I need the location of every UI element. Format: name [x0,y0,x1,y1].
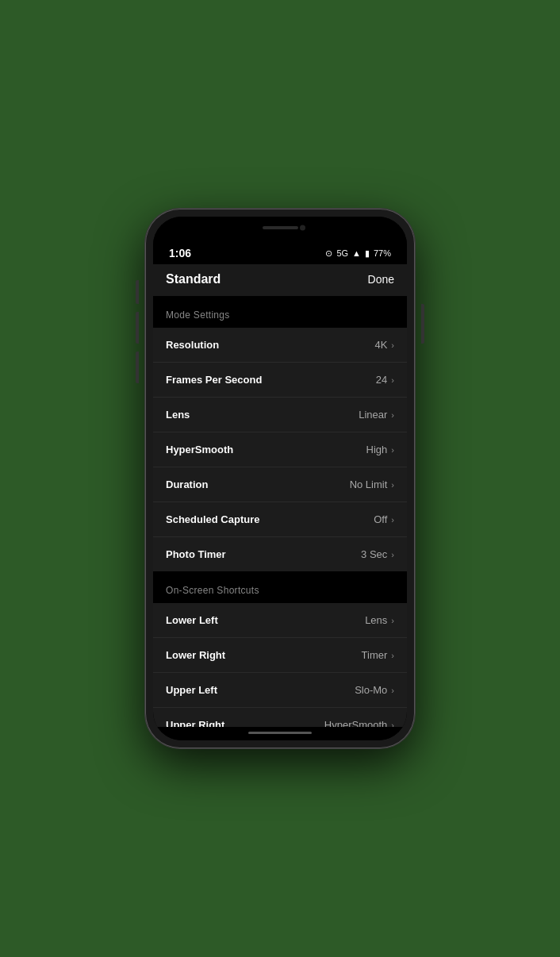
shortcut-row[interactable]: Lower Left Lens› [153,603,407,638]
home-indicator-area [153,727,407,740]
mode-settings-section-header: Mode Settings [153,296,407,328]
chevron-icon: › [391,721,394,728]
status-time: 1:06 [169,247,191,259]
row-value: No Limit› [350,478,394,490]
chevron-icon: › [391,616,394,625]
shortcut-row[interactable]: Lower Right Timer› [153,638,407,673]
page-header: Standard Done [153,264,407,296]
battery-label: 77% [374,248,391,258]
mode-settings-label: Mode Settings [166,309,230,321]
volume-up-button [136,312,139,344]
row-label: Duration [166,478,208,490]
row-label: Frames Per Second [166,374,262,386]
row-value: Lens› [365,614,394,626]
row-label: Scheduled Capture [166,513,259,525]
battery-icon: ▮ [365,248,370,259]
row-value: Slo-Mo› [355,684,394,696]
mode-settings-row[interactable]: Frames Per Second 24› [153,363,407,398]
wifi-icon: ⊙ [325,248,332,259]
mode-settings-row[interactable]: Scheduled Capture Off› [153,502,407,537]
row-label: Upper Left [166,684,217,696]
row-label: Resolution [166,339,219,351]
status-bar: 1:06 ⊙ 5G ▲ ▮ 77% [153,239,407,264]
row-value: HyperSmooth› [324,719,394,727]
speaker-grille [263,226,298,229]
network-label: 5G [336,248,348,258]
volume-down-button [136,352,139,383]
chevron-icon: › [391,651,394,660]
chevron-icon: › [391,340,394,350]
shortcuts-section-header: On-Screen Shortcuts [153,571,407,603]
chevron-icon: › [391,410,394,420]
shortcut-row[interactable]: Upper Left Slo-Mo› [153,673,407,708]
chevron-icon: › [391,515,394,525]
row-value: Linear› [359,409,394,421]
shortcuts-group: Lower Left Lens› Lower Right Timer› Uppe… [153,603,407,727]
mode-settings-row[interactable]: Resolution 4K› [153,328,407,363]
shortcut-row[interactable]: Upper Right HyperSmooth› [153,708,407,727]
screen-content[interactable]: Mode Settings Resolution 4K› Frames Per … [153,296,407,727]
row-value: 4K› [374,339,394,351]
mute-button [136,280,139,304]
signal-icon: ▲ [352,248,361,258]
shortcuts-label: On-Screen Shortcuts [166,585,259,596]
phone-frame: 1:06 ⊙ 5G ▲ ▮ 77% Standard Done Mode Set… [145,209,415,748]
page-title: Standard [166,272,221,286]
chevron-icon: › [391,445,394,455]
status-icons: ⊙ 5G ▲ ▮ 77% [325,248,391,259]
notch-area [153,217,407,239]
row-value: Timer› [362,649,394,661]
row-label: Upper Right [166,719,224,727]
home-bar [248,732,312,734]
row-label: Lower Left [166,614,218,626]
row-label: Photo Timer [166,548,226,560]
mode-settings-group: Resolution 4K› Frames Per Second 24› Len… [153,328,407,571]
row-value: Off› [374,513,394,525]
chevron-icon: › [391,480,394,490]
done-button[interactable]: Done [368,273,394,286]
row-value: 3 Sec› [361,548,394,560]
chevron-icon: › [391,686,394,695]
row-label: Lower Right [166,649,225,661]
power-button [421,304,424,344]
mode-settings-row[interactable]: Duration No Limit› [153,467,407,502]
phone-screen: 1:06 ⊙ 5G ▲ ▮ 77% Standard Done Mode Set… [153,217,407,740]
row-label: HyperSmooth [166,444,233,455]
chevron-icon: › [391,550,394,559]
front-camera [300,225,305,231]
chevron-icon: › [391,375,394,385]
mode-settings-row[interactable]: HyperSmooth High› [153,432,407,467]
mode-settings-row[interactable]: Photo Timer 3 Sec› [153,537,407,571]
row-value: 24› [376,374,394,386]
row-value: High› [366,444,394,455]
row-label: Lens [166,409,190,421]
mode-settings-row[interactable]: Lens Linear› [153,398,407,432]
